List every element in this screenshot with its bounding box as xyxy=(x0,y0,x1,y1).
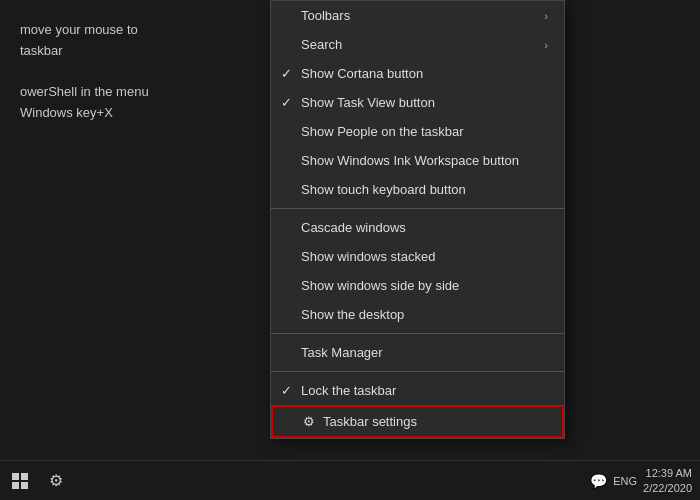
menu-separator xyxy=(271,333,564,334)
svg-rect-1 xyxy=(21,473,28,480)
menu-item-label: Show Task View button xyxy=(301,95,435,110)
taskbar-left: ⚙ xyxy=(0,469,68,493)
menu-item-label: Show People on the taskbar xyxy=(301,124,464,139)
menu-item-label: Show Cortana button xyxy=(301,66,423,81)
menu-item-search[interactable]: Search› xyxy=(271,30,564,59)
taskbar-right: 💬 ENG 12:39 AM 2/22/2020 xyxy=(590,466,700,495)
menu-item-task-manager[interactable]: Task Manager xyxy=(271,338,564,367)
gear-icon: ⚙ xyxy=(303,414,315,429)
menu-item-label: Task Manager xyxy=(301,345,383,360)
menu-item-label: Cascade windows xyxy=(301,220,406,235)
svg-rect-2 xyxy=(12,482,19,489)
menu-item-stacked[interactable]: Show windows stacked xyxy=(271,242,564,271)
background-content: move your mouse to taskbar owerShell in … xyxy=(0,0,270,460)
menu-item-show-desktop[interactable]: Show the desktop xyxy=(271,300,564,329)
submenu-arrow-icon: › xyxy=(544,10,548,22)
taskbar-lang: ENG xyxy=(613,475,637,487)
menu-item-lock-taskbar[interactable]: ✓Lock the taskbar xyxy=(271,376,564,405)
menu-item-show-cortana[interactable]: ✓Show Cortana button xyxy=(271,59,564,88)
menu-separator xyxy=(271,208,564,209)
menu-item-show-keyboard[interactable]: Show touch keyboard button xyxy=(271,175,564,204)
menu-item-label: Show the desktop xyxy=(301,307,404,322)
clock: 12:39 AM 2/22/2020 xyxy=(643,466,692,495)
context-menu: Toolbars›Search›✓Show Cortana button✓Sho… xyxy=(270,0,565,439)
tray-chat-icon[interactable]: 💬 xyxy=(590,473,607,489)
menu-item-show-ink[interactable]: Show Windows Ink Workspace button xyxy=(271,146,564,175)
bg-line-3: owerShell in the menu xyxy=(20,82,250,103)
system-tray: 💬 xyxy=(590,473,607,489)
menu-item-cascade[interactable]: Cascade windows xyxy=(271,213,564,242)
clock-date: 2/22/2020 xyxy=(643,481,692,495)
menu-item-side-by-side[interactable]: Show windows side by side xyxy=(271,271,564,300)
menu-item-label: Show Windows Ink Workspace button xyxy=(301,153,519,168)
menu-item-label: Show touch keyboard button xyxy=(301,182,466,197)
menu-item-label: Show windows stacked xyxy=(301,249,435,264)
menu-item-show-task-view[interactable]: ✓Show Task View button xyxy=(271,88,564,117)
menu-item-label: Search xyxy=(301,37,342,52)
bg-line-1: move your mouse to xyxy=(20,20,250,41)
checkmark-icon: ✓ xyxy=(281,95,292,110)
taskbar-start-icon[interactable] xyxy=(8,469,32,493)
menu-item-label: Taskbar settings xyxy=(323,414,417,429)
bg-line-4: Windows key+X xyxy=(20,103,250,124)
checkmark-icon: ✓ xyxy=(281,383,292,398)
checkmark-icon: ✓ xyxy=(281,66,292,81)
svg-rect-3 xyxy=(21,482,28,489)
menu-item-taskbar-settings[interactable]: ⚙Taskbar settings xyxy=(271,405,564,438)
svg-rect-0 xyxy=(12,473,19,480)
menu-item-label: Toolbars xyxy=(301,8,350,23)
menu-item-show-people[interactable]: Show People on the taskbar xyxy=(271,117,564,146)
menu-item-label: Show windows side by side xyxy=(301,278,459,293)
clock-time: 12:39 AM xyxy=(643,466,692,480)
menu-separator xyxy=(271,371,564,372)
taskbar-gear-icon[interactable]: ⚙ xyxy=(44,469,68,493)
bg-line-2: taskbar xyxy=(20,41,250,62)
submenu-arrow-icon: › xyxy=(544,39,548,51)
menu-item-toolbars[interactable]: Toolbars› xyxy=(271,1,564,30)
taskbar: ⚙ 💬 ENG 12:39 AM 2/22/2020 xyxy=(0,460,700,500)
menu-item-label: Lock the taskbar xyxy=(301,383,396,398)
